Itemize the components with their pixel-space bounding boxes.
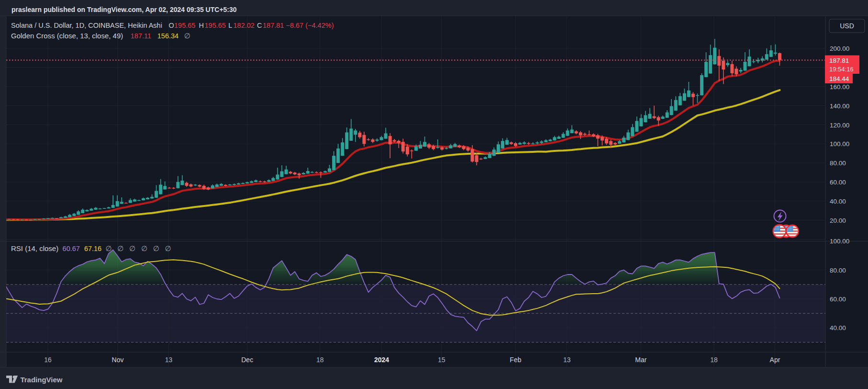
svg-text:praslearn published on Trading: praslearn published on TradingView.com, … (11, 6, 237, 13)
svg-text:Nov: Nov (112, 356, 124, 364)
svg-text:160.00: 160.00 (830, 83, 849, 91)
svg-text:60.00: 60.00 (830, 296, 846, 303)
svg-text:60.00: 60.00 (830, 179, 846, 186)
svg-text:13: 13 (563, 356, 571, 364)
svg-text:40.00: 40.00 (830, 198, 846, 205)
svg-text:187.81: 187.81 (829, 57, 849, 64)
svg-text:40.00: 40.00 (830, 324, 846, 332)
svg-text:∅: ∅ (106, 244, 112, 252)
svg-text:20.00: 20.00 (830, 217, 846, 224)
svg-text:120.00: 120.00 (830, 122, 849, 129)
svg-text:60.67: 60.67 (63, 245, 80, 252)
svg-text:15: 15 (438, 356, 445, 364)
svg-text:195.65: 195.65 (174, 22, 195, 29)
svg-text:Mar: Mar (635, 356, 646, 364)
svg-text:C: C (257, 22, 262, 29)
svg-text:O: O (169, 22, 174, 29)
svg-text:∅: ∅ (117, 244, 123, 252)
svg-text:100.00: 100.00 (830, 238, 849, 245)
svg-text:L: L (228, 22, 232, 29)
svg-text:USD: USD (840, 22, 854, 30)
svg-text:140.00: 140.00 (830, 103, 849, 110)
svg-text:∅: ∅ (153, 244, 159, 252)
svg-text:18: 18 (710, 356, 718, 364)
svg-text:80.00: 80.00 (830, 267, 846, 274)
svg-text:13: 13 (165, 356, 173, 364)
svg-text:156.34: 156.34 (157, 32, 178, 40)
svg-text:H: H (199, 22, 204, 29)
svg-text:Golden Cross (close, 13, close: Golden Cross (close, 13, close, 49) (11, 32, 123, 40)
svg-text:100.00: 100.00 (830, 140, 849, 148)
svg-text:16: 16 (44, 356, 52, 364)
svg-text:19:54:16: 19:54:16 (829, 66, 854, 73)
svg-text:184.44: 184.44 (829, 75, 849, 82)
svg-text:Dec: Dec (241, 356, 253, 364)
svg-text:195.65: 195.65 (205, 22, 226, 29)
svg-text:2024: 2024 (374, 356, 389, 364)
svg-text:Apr: Apr (770, 356, 780, 364)
svg-text:∅: ∅ (129, 244, 135, 252)
svg-text:RSI (14, close): RSI (14, close) (11, 244, 58, 252)
svg-text:182.02: 182.02 (234, 22, 255, 29)
svg-text:18: 18 (316, 356, 324, 364)
svg-text:187.81: 187.81 (263, 22, 284, 29)
svg-text:∅: ∅ (165, 244, 171, 252)
svg-text:Solana / U.S. Dollar, 1D, COIN: Solana / U.S. Dollar, 1D, COINBASE, Heik… (11, 22, 162, 29)
svg-text:80.00: 80.00 (830, 160, 846, 167)
svg-text:∅: ∅ (141, 244, 147, 252)
svg-text:∅: ∅ (184, 32, 190, 40)
svg-text:−8.67 (−4.42%): −8.67 (−4.42%) (286, 22, 334, 29)
svg-text:Feb: Feb (510, 356, 521, 364)
svg-text:187.11: 187.11 (131, 32, 151, 40)
svg-text:TradingView: TradingView (20, 376, 62, 384)
svg-text:67.16: 67.16 (84, 245, 101, 252)
svg-text:200.00: 200.00 (830, 45, 849, 52)
